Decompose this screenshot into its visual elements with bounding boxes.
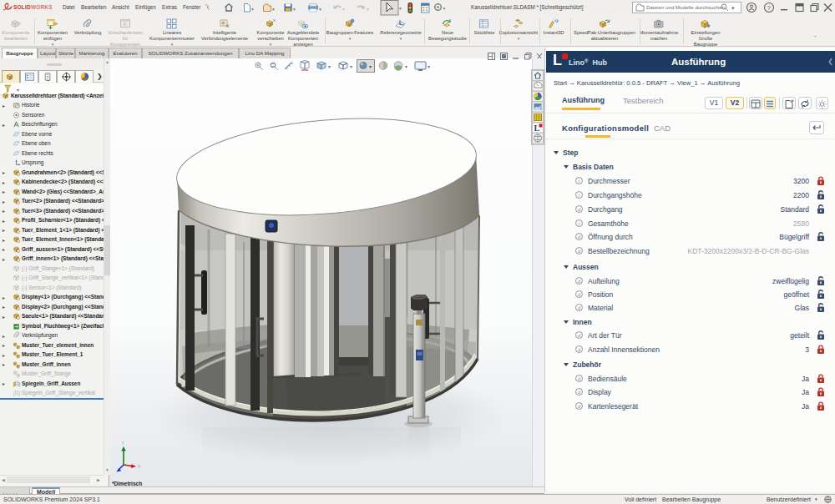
svg-text:▾: ▾ xyxy=(342,7,345,12)
svg-text:▾: ▾ xyxy=(443,6,446,11)
svg-text:▾: ▾ xyxy=(428,64,430,69)
svg-text:▾: ▾ xyxy=(367,7,369,12)
svg-text:L: L xyxy=(534,123,540,133)
svg-text:▾: ▾ xyxy=(350,64,352,69)
svg-text:▾: ▾ xyxy=(251,7,254,12)
svg-text:SOLIDWORKS: SOLIDWORKS xyxy=(13,4,52,10)
svg-text:▾: ▾ xyxy=(369,64,372,69)
svg-text:▾: ▾ xyxy=(272,7,275,12)
svg-text:▾: ▾ xyxy=(731,5,735,11)
svg-text:▾: ▾ xyxy=(405,64,407,69)
svg-text:▾: ▾ xyxy=(319,7,321,12)
svg-text:▾: ▾ xyxy=(399,6,402,11)
svg-text:?: ? xyxy=(767,4,772,12)
svg-text:▾: ▾ xyxy=(293,7,296,12)
svg-text:*Dimetrisch: *Dimetrisch xyxy=(112,481,142,486)
svg-text:▾: ▾ xyxy=(328,64,331,69)
